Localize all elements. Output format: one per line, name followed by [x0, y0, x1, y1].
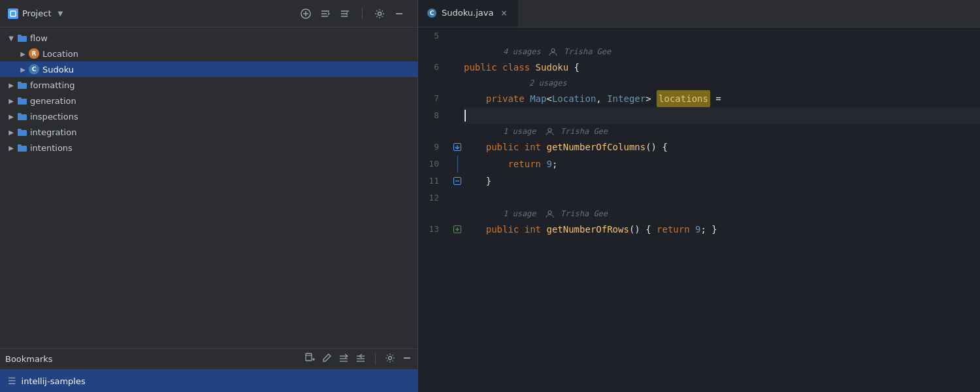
tree-item-label-sudoku: Sudoku	[42, 65, 74, 74]
code-token-int-2: int	[525, 221, 541, 238]
tab-c-icon: C	[427, 8, 436, 18]
tab-sudoku-java[interactable]: C Sudoku.java ×	[418, 0, 519, 27]
bookmarks-collapse-icon[interactable]	[338, 353, 349, 365]
tree-item-sudoku[interactable]: ▶ C Sudoku	[0, 61, 417, 77]
svg-rect-1	[12, 12, 14, 15]
project-dropdown-arrow[interactable]: ▼	[57, 10, 63, 17]
project-tree[interactable]: ▼ flow ▶ R Location ▶ C Sudok	[0, 27, 417, 348]
tree-arrow-generation: ▶	[5, 97, 17, 105]
bookmarks-settings-icon[interactable]	[385, 353, 395, 365]
line-num-10: 10	[418, 155, 444, 172]
tree-item-integration[interactable]: ▶ integration	[0, 124, 417, 140]
sidebar: ▼ flow ▶ R Location ▶ C Sudok	[0, 27, 418, 392]
hint-line-7-usages: 2 usages	[464, 76, 980, 90]
code-line-10: return 9 ;	[464, 155, 980, 172]
bm-separator	[375, 353, 376, 365]
code-token-class: class	[502, 59, 530, 76]
folder-icon-flow	[17, 33, 27, 42]
tree-item-generation[interactable]: ▶ generation	[0, 93, 417, 108]
svg-point-23	[389, 357, 392, 360]
r-badge-location: R	[29, 48, 39, 59]
bookmarks-list-icon: ☰	[8, 376, 16, 386]
folder-icon-integration	[17, 127, 27, 137]
line-num-12: 12	[418, 189, 444, 206]
code-token-integer: Integer	[607, 90, 645, 107]
tabs-container: C Sudoku.java ×	[418, 0, 980, 27]
project-panel-toolbar	[295, 8, 410, 20]
editor-gutter	[451, 27, 464, 392]
tree-arrow-inspections: ▶	[5, 113, 17, 120]
line-num-7: 7	[418, 90, 444, 107]
code-token-public-3: public	[464, 221, 519, 238]
tree-item-intentions[interactable]: ▶ intentions	[0, 140, 417, 155]
code-token-sudoku-classname: Sudoku	[536, 59, 569, 76]
bookmarks-panel: Bookmarks	[0, 348, 417, 392]
folder-icon-intentions	[17, 143, 27, 152]
project-panel-title: Project	[22, 8, 51, 18]
hint-line-9-usages: 1 usage Trisha Gee	[464, 124, 980, 139]
code-token-getNumberOfRows: getNumberOfRows	[546, 221, 629, 238]
tree-arrow-location: ▶	[17, 50, 29, 57]
method-expand-icon	[453, 225, 461, 233]
hint-line-6-usages: 4 usages Trisha Gee	[464, 44, 980, 59]
tree-item-label-inspections: inspections	[30, 112, 78, 122]
tree-item-location[interactable]: ▶ R Location	[0, 46, 417, 61]
method-start-icon	[453, 143, 461, 151]
code-token-location-type: Location	[552, 90, 596, 107]
tree-arrow-integration: ▶	[5, 129, 17, 136]
gutter-10	[451, 155, 464, 172]
line-numbers: 5 6 7 8 9 10 11 12 13	[418, 27, 451, 392]
text-caret	[465, 110, 466, 122]
bookmarks-item-intellij-samples[interactable]: ☰ intellij-samples	[0, 370, 417, 392]
tab-filename: Sudoku.java	[442, 8, 493, 18]
line-num-5: 5	[418, 27, 444, 44]
bookmarks-expand-icon[interactable]	[355, 353, 366, 365]
expand-all-icon[interactable]	[340, 8, 350, 19]
toolbar-separator	[362, 8, 363, 20]
code-token-public-2: public	[464, 139, 519, 155]
bookmarks-add-icon[interactable]	[304, 353, 315, 365]
tree-item-label-generation: generation	[30, 96, 76, 106]
code-lines[interactable]: 4 usages Trisha Gee public class Sudoku …	[464, 27, 980, 392]
tree-arrow-intentions: ▶	[5, 144, 17, 152]
main-content: ▼ flow ▶ R Location ▶ C Sudok	[0, 27, 980, 392]
code-token-return-1: return	[464, 155, 541, 172]
tree-arrow-flow: ▼	[5, 35, 17, 42]
code-line-13: public int getNumberOfRows () { return 9…	[464, 221, 980, 238]
line-num-11: 11	[418, 172, 444, 189]
gutter-7	[451, 90, 464, 107]
tree-item-formatting[interactable]: ▶ formatting	[0, 77, 417, 93]
tree-item-label-integration: integration	[30, 127, 76, 137]
code-token-int-1: int	[525, 139, 541, 155]
code-line-6: public class Sudoku {	[464, 59, 980, 76]
editor-area[interactable]: 5 6 7 8 9 10 11 12 13	[418, 27, 980, 392]
code-line-11: }	[464, 172, 980, 189]
tree-item-flow[interactable]: ▼ flow	[0, 30, 417, 46]
gutter-13	[451, 221, 464, 238]
collapse-all-icon[interactable]	[320, 8, 331, 19]
bookmarks-edit-icon[interactable]	[321, 353, 332, 365]
code-token-getNumberOfColumns: getNumberOfColumns	[546, 139, 645, 155]
minus-icon[interactable]	[394, 8, 404, 19]
bookmarks-header: Bookmarks	[0, 349, 417, 370]
code-token-9-1: 9	[546, 155, 551, 172]
code-line-8	[464, 107, 980, 124]
gutter-9	[451, 139, 464, 155]
bookmarks-title: Bookmarks	[5, 354, 301, 364]
svg-point-31	[551, 49, 555, 52]
folder-icon-inspections	[17, 112, 27, 121]
tree-item-label-location: Location	[42, 49, 78, 59]
tab-close-button[interactable]: ×	[498, 8, 509, 18]
code-line-7: private Map < Location , Integer > locat…	[464, 90, 980, 107]
bookmarks-minus-icon[interactable]	[402, 353, 412, 365]
c-badge-sudoku: C	[29, 64, 39, 74]
tree-item-inspections[interactable]: ▶ inspections	[0, 108, 417, 124]
code-token-9-2: 9	[695, 221, 700, 238]
gutter-12	[451, 189, 464, 206]
tree-arrow-formatting: ▶	[5, 82, 17, 89]
hint-line-13-usages: 1 usage Trisha Gee	[464, 206, 980, 221]
add-icon[interactable]	[301, 8, 311, 19]
folder-icon-generation	[17, 96, 27, 105]
line-num-13: 13	[418, 221, 444, 238]
settings-icon[interactable]	[374, 8, 385, 19]
